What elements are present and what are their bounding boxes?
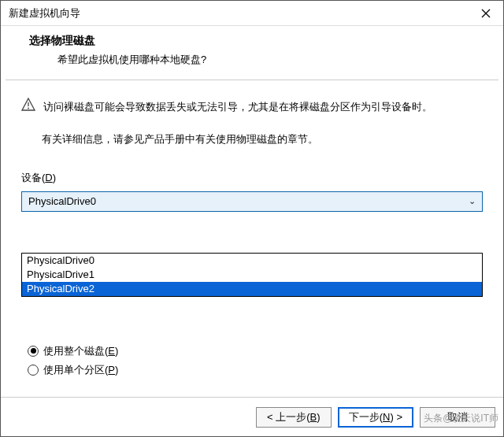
radio-part-label: 使用单个分区(P) <box>43 363 118 377</box>
device-dropdown[interactable]: PhysicalDrive0 PhysicalDrive1 PhysicalDr… <box>21 253 483 297</box>
next-button[interactable]: 下一步(N) > <box>338 407 413 428</box>
titlebar: 新建虚拟机向导 <box>1 1 503 26</box>
cancel-button[interactable]: 取消 <box>420 407 495 428</box>
chevron-down-icon: ⌄ <box>465 196 479 206</box>
device-label: 设备(D) <box>21 171 483 185</box>
device-combobox[interactable]: PhysicalDrive0 ⌄ <box>21 191 483 212</box>
close-icon <box>481 9 491 18</box>
header-title: 选择物理磁盘 <box>29 34 487 48</box>
header-subtitle: 希望此虚拟机使用哪种本地硬盘? <box>29 53 487 67</box>
close-button[interactable] <box>469 1 503 26</box>
radio-icon <box>28 346 39 357</box>
device-option-1[interactable]: PhysicalDrive1 <box>22 268 482 282</box>
warning-icon <box>21 98 35 116</box>
device-selected-value: PhysicalDrive0 <box>28 195 465 207</box>
wizard-header: 选择物理磁盘 希望此虚拟机使用哪种本地硬盘? <box>1 26 503 78</box>
info-text: 有关详细信息，请参见产品手册中有关使用物理磁盘的章节。 <box>21 130 483 148</box>
window-title: 新建虚拟机向导 <box>9 6 469 20</box>
svg-point-4 <box>28 108 29 109</box>
back-button[interactable]: < 上一步(B) <box>256 407 332 428</box>
warning-row: 访问裸磁盘可能会导致数据丢失或无法引导，尤其是在将裸磁盘分区作为引导设备时。 <box>21 98 483 116</box>
radio-use-full-disk[interactable]: 使用整个磁盘(E) <box>21 344 483 358</box>
content-area: 访问裸磁盘可能会导致数据丢失或无法引导，尤其是在将裸磁盘分区作为引导设备时。 有… <box>1 80 503 377</box>
radio-full-label: 使用整个磁盘(E) <box>43 344 118 358</box>
wizard-footer: < 上一步(B) 下一步(N) > 取消 <box>1 397 503 436</box>
device-option-2[interactable]: PhysicalDrive2 <box>22 282 482 296</box>
radio-use-single-partition[interactable]: 使用单个分区(P) <box>21 363 483 377</box>
warning-text: 访问裸磁盘可能会导致数据丢失或无法引导，尤其是在将裸磁盘分区作为引导设备时。 <box>43 98 432 116</box>
device-option-0[interactable]: PhysicalDrive0 <box>22 254 482 268</box>
radio-icon <box>28 365 39 376</box>
